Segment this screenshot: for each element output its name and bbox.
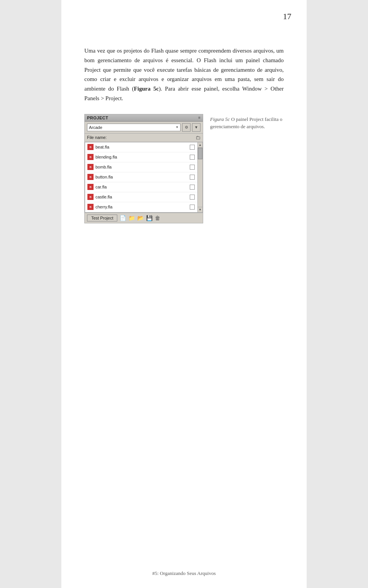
file-name-text: blending.fla xyxy=(95,155,188,159)
new-file-icon[interactable]: 📄 xyxy=(120,215,126,221)
file-type-icon: fl xyxy=(87,174,94,180)
file-name-text: cherry.fla xyxy=(95,205,188,209)
project-panel: PROJECT ≡ Arcade ▼ ⚙ ▼ File name: 🗀 fl b… xyxy=(84,114,203,223)
table-row[interactable]: fl button.fla xyxy=(85,172,202,182)
table-row[interactable]: fl castle.fla xyxy=(85,192,202,202)
dropdown-value: Arcade xyxy=(89,125,102,130)
table-row[interactable]: fl car.fla xyxy=(85,182,202,192)
file-type-icon: fl xyxy=(87,184,94,190)
folder-icon: 🗀 xyxy=(196,135,200,140)
file-checkbox[interactable] xyxy=(190,195,195,200)
dropdown-arrow-icon: ▼ xyxy=(176,126,179,129)
scrollbar-track xyxy=(198,148,202,207)
file-name-text: bomb.fla xyxy=(95,165,188,169)
table-row[interactable]: fl beat.fla xyxy=(85,142,202,152)
open-file-icon[interactable]: 📂 xyxy=(137,215,144,221)
file-checkbox[interactable] xyxy=(190,165,195,170)
delete-icon[interactable]: 🗑 xyxy=(155,215,160,221)
file-type-icon: fl xyxy=(87,194,94,200)
figure-caption-block: Figura 5c O painel Project facilita o ge… xyxy=(210,116,284,130)
table-row[interactable]: fl cherry.fla xyxy=(85,202,202,212)
file-type-icon: fl xyxy=(87,204,94,210)
new-folder-icon[interactable]: 📁 xyxy=(128,215,135,221)
file-type-icon: fl xyxy=(87,144,94,150)
save-icon[interactable]: 💾 xyxy=(146,215,153,221)
bold-figura: Figura 5c xyxy=(134,86,159,92)
file-checkbox[interactable] xyxy=(190,155,195,160)
table-row[interactable]: fl blending.fla xyxy=(85,152,202,162)
file-checkbox[interactable] xyxy=(190,145,195,150)
panel-titlebar: PROJECT ≡ xyxy=(85,114,203,122)
scrollbar-down-button[interactable]: ▼ xyxy=(198,207,202,212)
filename-label: File name: xyxy=(87,135,107,140)
page-number: 17 xyxy=(283,12,291,21)
table-row[interactable]: fl bomb.fla xyxy=(85,162,202,172)
file-type-icon: fl xyxy=(87,164,94,170)
file-name-text: car.fla xyxy=(95,185,188,189)
file-checkbox[interactable] xyxy=(190,185,195,190)
file-type-icon: fl xyxy=(87,154,94,160)
panel-bottom-bar: Test Project 📄 📁 📂 💾 🗑 xyxy=(85,213,203,223)
file-name-text: button.fla xyxy=(95,175,188,179)
figure-label: Figura 5c xyxy=(210,116,230,122)
footer: #5: Organizando Seus Arquivos xyxy=(61,570,307,576)
scrollbar-thumb[interactable] xyxy=(198,148,202,159)
file-name-text: castle.fla xyxy=(95,195,188,199)
panel-title-text: PROJECT xyxy=(87,116,108,120)
panel-title-icon: ≡ xyxy=(198,116,200,120)
paragraph-body: Uma vez que os projetos do Flash quase s… xyxy=(84,46,284,103)
file-checkbox[interactable] xyxy=(190,175,195,180)
paragraph-text-1: Uma vez que os projetos do Flash quase s… xyxy=(84,48,284,92)
panel-dropdown[interactable]: Arcade ▼ xyxy=(87,124,181,131)
panel-toolbar: Arcade ▼ ⚙ ▼ xyxy=(85,122,203,134)
scrollbar-up-button[interactable]: ▲ xyxy=(198,142,202,148)
file-checkbox[interactable] xyxy=(190,205,195,210)
panel-menu-button[interactable]: ▼ xyxy=(192,123,200,132)
scrollbar[interactable]: ▲ ▼ xyxy=(197,142,202,212)
filename-row: File name: 🗀 xyxy=(85,134,203,142)
figure-container: PROJECT ≡ Arcade ▼ ⚙ ▼ File name: 🗀 fl b… xyxy=(84,114,284,223)
main-text: Uma vez que os projetos do Flash quase s… xyxy=(84,46,284,103)
file-name-text: beat.fla xyxy=(95,145,188,149)
test-project-button[interactable]: Test Project xyxy=(87,215,117,221)
file-list: fl beat.fla fl blending.fla fl bomb.fla … xyxy=(85,142,203,213)
panel-settings-button[interactable]: ⚙ xyxy=(182,123,191,132)
